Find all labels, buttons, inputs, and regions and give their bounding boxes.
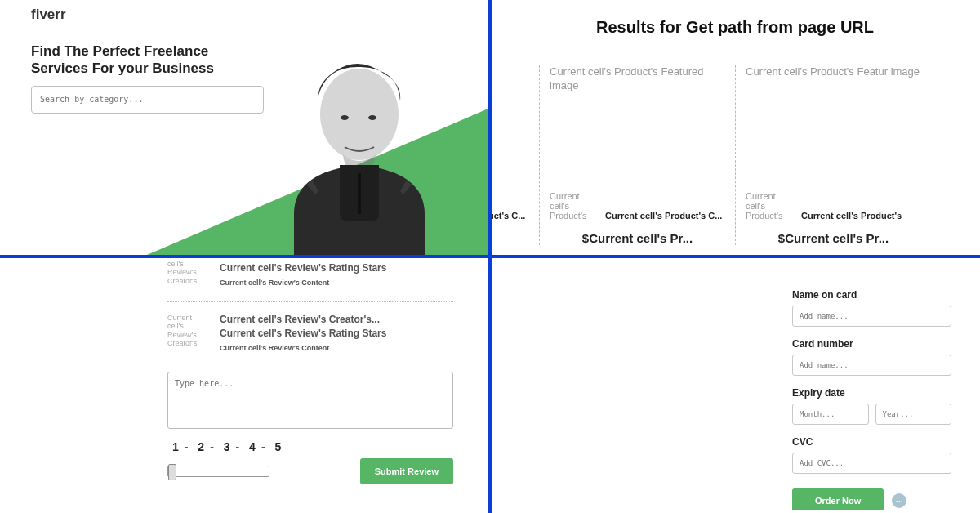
product-featured-placeholder: Current cell's Product's Featured image <box>550 65 725 93</box>
review-creator: Current cell's Review's Creator's... <box>220 314 453 325</box>
results-title: Results for Get path from page URL <box>490 18 980 37</box>
cvc-input[interactable] <box>792 453 951 474</box>
review-textarea[interactable] <box>167 372 453 429</box>
product-card[interactable]: ell's Product's Featured Current cell's … <box>490 65 539 245</box>
product-price: urrent cell's Pr... <box>490 231 539 245</box>
product-avatar-placeholder: Current cell's Product's <box>746 191 795 221</box>
headline-line-2: Services For your Business <box>31 60 214 76</box>
review-item: Current cell's Review's Creator's Curren… <box>167 309 453 360</box>
reviews-pane: cell's Review's Creator's Current cell's… <box>0 255 490 510</box>
rating-slider[interactable] <box>167 466 270 477</box>
hero-headline: Find The Perfect Freelance Services For … <box>31 42 243 78</box>
results-pane: Results for Get path from page URL ell's… <box>490 0 980 255</box>
review-avatar-placeholder: cell's Review's Creator's <box>167 260 205 287</box>
product-cards-row: ell's Product's Featured Current cell's … <box>490 65 980 245</box>
product-caption: Current cell's Product's C... <box>490 211 525 221</box>
product-price: $Current cell's Pr... <box>540 231 735 245</box>
expiry-label: Expiry date <box>792 387 951 399</box>
grid-divider-vertical <box>488 0 492 513</box>
checkout-pane: Name on card Card number Expiry date CVC… <box>490 255 980 510</box>
brand-logo: fiverr <box>31 7 490 23</box>
payment-form: Name on card Card number Expiry date CVC… <box>792 289 951 510</box>
svg-point-3 <box>368 115 376 120</box>
hero-person-image <box>261 51 457 255</box>
review-content: Current cell's Review's Content <box>220 279 453 287</box>
review-stars: Current cell's Review's Rating Stars <box>220 328 453 339</box>
slider-thumb[interactable] <box>168 464 176 480</box>
rating-5[interactable]: 5 <box>274 440 282 453</box>
product-avatar-placeholder: Current cell's Product's <box>550 191 599 221</box>
product-price: $Current cell's Pr... <box>736 231 931 245</box>
hero-pane: fiverr Find The Perfect Freelance Servic… <box>0 0 490 255</box>
product-caption: Current cell's Product's <box>801 211 902 221</box>
svg-point-1 <box>320 69 399 160</box>
product-card[interactable]: Current cell's Product's Featur image Cu… <box>735 65 931 245</box>
name-input[interactable] <box>792 306 951 327</box>
product-featured-placeholder: Current cell's Product's Featur image <box>746 65 921 79</box>
rating-4[interactable]: 4 <box>249 440 256 453</box>
product-featured-placeholder: ell's Product's Featured <box>490 65 529 79</box>
rating-2[interactable]: 2 <box>198 440 205 453</box>
expiry-year-input[interactable] <box>875 404 952 425</box>
cvc-label: CVC <box>792 436 951 448</box>
review-avatar-placeholder: Current cell's Review's Creator's <box>167 314 205 352</box>
card-number-label: Card number <box>792 338 951 350</box>
rating-3[interactable]: 3 <box>224 440 231 453</box>
svg-rect-4 <box>358 173 361 214</box>
product-card[interactable]: Current cell's Product's Featured image … <box>539 65 735 245</box>
review-item: cell's Review's Creator's Current cell's… <box>167 255 453 295</box>
review-divider <box>167 301 453 302</box>
more-options-icon[interactable]: ··· <box>892 493 906 508</box>
order-now-button[interactable]: Order Now <box>792 488 884 510</box>
rating-scale: 1- 2- 3- 4- 5 <box>167 440 490 453</box>
rating-1[interactable]: 1 <box>172 440 180 453</box>
review-content: Current cell's Review's Content <box>220 344 453 352</box>
card-number-input[interactable] <box>792 355 951 376</box>
expiry-month-input[interactable] <box>792 404 869 425</box>
name-label: Name on card <box>792 289 951 301</box>
headline-line-1: Find The Perfect Freelance <box>31 43 208 59</box>
svg-point-2 <box>341 115 349 120</box>
review-stars: Current cell's Review's Rating Stars <box>220 262 453 274</box>
submit-review-button[interactable]: Submit Review <box>360 458 453 484</box>
product-caption: Current cell's Product's C... <box>605 211 722 221</box>
